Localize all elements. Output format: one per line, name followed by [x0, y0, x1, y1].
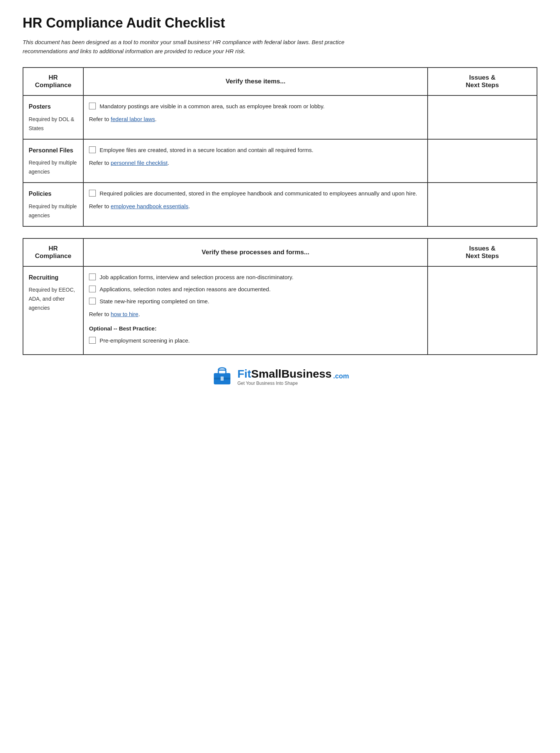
- page-title: HR Compliance Audit Checklist: [23, 15, 537, 31]
- logo-text: FitSmallBusiness .com Get Your Business …: [237, 367, 349, 386]
- verify-item: Required policies are documented, stored…: [89, 189, 422, 198]
- refer-policies: Refer to employee handbook essentials.: [89, 202, 422, 211]
- col-header-verify-1: Verify these items...: [83, 68, 428, 95]
- briefcase-icon: [211, 366, 233, 387]
- col-header-issues-1: Issues &Next Steps: [428, 68, 537, 95]
- verify-cell-personnel: Employee files are created, stored in a …: [83, 139, 428, 183]
- issues-personnel[interactable]: [428, 139, 537, 183]
- col-header-hr-1: HRCompliance: [23, 68, 83, 95]
- category-personnel-files: Personnel Files Required by multiple age…: [23, 139, 83, 183]
- table-row: Posters Required by DOL & States Mandato…: [23, 95, 537, 139]
- table-processes: HRCompliance Verify these processes and …: [23, 238, 537, 355]
- refer-posters: Refer to federal labor laws.: [89, 115, 422, 124]
- checkbox[interactable]: [89, 103, 96, 109]
- verify-item: Applications, selection notes and reject…: [89, 285, 422, 294]
- col-header-hr-2: HRCompliance: [23, 238, 83, 266]
- svg-rect-3: [219, 371, 225, 374]
- category-posters: Posters Required by DOL & States: [23, 95, 83, 139]
- personnel-file-checklist-link[interactable]: personnel file checklist: [111, 160, 168, 166]
- col-header-issues-2: Issues &Next Steps: [428, 238, 537, 266]
- verify-item: Mandatory postings are visible in a comm…: [89, 102, 422, 111]
- checkbox[interactable]: [89, 337, 96, 344]
- logo-tagline: Get Your Business Into Shape: [237, 381, 349, 386]
- checkbox[interactable]: [89, 146, 96, 153]
- logo-com: .com: [333, 372, 349, 381]
- issues-recruiting[interactable]: [428, 266, 537, 355]
- federal-labor-laws-link[interactable]: federal labor laws: [111, 116, 155, 122]
- refer-personnel: Refer to personnel file checklist.: [89, 158, 422, 168]
- verify-cell-posters: Mandatory postings are visible in a comm…: [83, 95, 428, 139]
- optional-label: Optional -- Best Practice:: [89, 324, 422, 333]
- category-recruiting: Recruiting Required by EEOC, ADA, and ot…: [23, 266, 83, 355]
- table-items: HRCompliance Verify these items... Issue…: [23, 67, 537, 227]
- checkbox[interactable]: [89, 274, 96, 280]
- checkbox[interactable]: [89, 190, 96, 197]
- svg-rect-5: [221, 376, 224, 381]
- verify-item: Employee files are created, stored in a …: [89, 146, 422, 155]
- verify-item: State new-hire reporting completed on ti…: [89, 297, 422, 306]
- col-header-verify-2: Verify these processes and forms...: [83, 238, 428, 266]
- verify-item: Job application forms, interview and sel…: [89, 273, 422, 282]
- refer-recruiting: Refer to how to hire.: [89, 310, 422, 319]
- footer: FitSmallBusiness .com Get Your Business …: [23, 366, 537, 395]
- checkbox[interactable]: [89, 298, 96, 304]
- table-row: Recruiting Required by EEOC, ADA, and ot…: [23, 266, 537, 355]
- verify-cell-recruiting: Job application forms, interview and sel…: [83, 266, 428, 355]
- how-to-hire-link[interactable]: how to hire: [111, 311, 138, 317]
- verify-item-optional: Pre-employment screening in place.: [89, 336, 422, 345]
- checkbox[interactable]: [89, 286, 96, 292]
- table-row: Personnel Files Required by multiple age…: [23, 139, 537, 183]
- category-policies: Policies Required by multiple agencies: [23, 183, 83, 226]
- logo: FitSmallBusiness .com Get Your Business …: [211, 366, 349, 387]
- page-intro: This document has been designed as a too…: [23, 38, 362, 56]
- logo-brand: FitSmallBusiness: [237, 367, 331, 381]
- issues-policies[interactable]: [428, 183, 537, 226]
- employee-handbook-essentials-link[interactable]: employee handbook essentials: [111, 203, 189, 209]
- verify-cell-policies: Required policies are documented, stored…: [83, 183, 428, 226]
- table-row: Policies Required by multiple agencies R…: [23, 183, 537, 226]
- issues-posters[interactable]: [428, 95, 537, 139]
